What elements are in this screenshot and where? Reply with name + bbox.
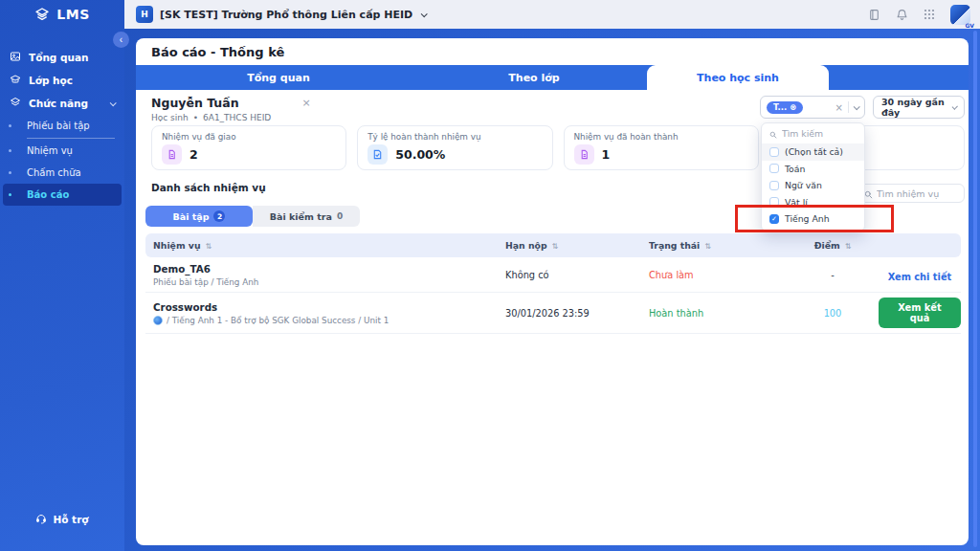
- dropdown-option-ngu-van[interactable]: Ngữ văn: [762, 177, 864, 194]
- dropdown-option-select-all[interactable]: (Chọn tất cả): [762, 143, 864, 161]
- report-tabbar: Tổng quan Theo lớp Theo học sinh: [136, 65, 969, 90]
- app-logo-text: LMS: [56, 7, 89, 22]
- task-cell: Crosswords / Tiếng Anh 1 - Bổ trợ bộ SGK…: [145, 301, 498, 325]
- bullet-dot: [9, 149, 11, 152]
- sidebar-item-tong-quan[interactable]: Tổng quan: [0, 46, 124, 69]
- dropdown-search[interactable]: [762, 123, 864, 143]
- checkbox-unchecked[interactable]: [769, 181, 779, 190]
- checkbox-unchecked[interactable]: [769, 164, 779, 173]
- date-range-select[interactable]: 30 ngày gần đây: [873, 96, 965, 119]
- student-class: 6A1_THCS HEID: [203, 113, 271, 122]
- bullet-dot: [9, 171, 11, 174]
- view-detail-link[interactable]: Xem chi tiết: [888, 272, 951, 282]
- task-list-heading: Danh sách nhiệm vụ: [151, 182, 266, 193]
- school-selector[interactable]: H [SK TEST] Trường Phổ thông Liên cấp HE…: [136, 6, 426, 23]
- column-header-nhiem-vu[interactable]: Nhiệm vụ⇅: [145, 240, 498, 251]
- chevron-down-icon: [854, 103, 860, 110]
- score-cell: -: [787, 270, 871, 280]
- tag-remove-icon[interactable]: ⊗: [790, 102, 796, 112]
- task-type-tabs: Bài tập 2 Bài kiểm tra 0: [145, 206, 360, 227]
- subject-tag[interactable]: T... ⊗: [767, 101, 803, 114]
- sort-icon[interactable]: ⇅: [552, 242, 559, 251]
- checkbox-unchecked[interactable]: [769, 147, 779, 157]
- due-cell: 30/01/2026 23:59: [498, 308, 641, 319]
- task-cell: Demo_TA6 Phiếu bài tập / Tiếng Anh: [145, 263, 498, 287]
- clear-selection-icon[interactable]: ×: [835, 102, 843, 113]
- task-search-input[interactable]: [877, 188, 953, 199]
- layers-icon: [10, 97, 21, 110]
- school-logo: H: [136, 6, 153, 23]
- sort-icon[interactable]: ⇅: [206, 242, 212, 251]
- table-row: Demo_TA6 Phiếu bài tập / Tiếng Anh Không…: [145, 257, 961, 293]
- stat-card-assigned: Nhiệm vụ đã giao 2: [151, 125, 346, 170]
- sidebar: LMS ‹ Tổng quan Lớp học Chức năng: [0, 0, 124, 551]
- count-badge: 2: [213, 210, 225, 222]
- action-cell: Xem kết quả: [871, 298, 961, 328]
- student-role: Học sinh: [151, 113, 189, 122]
- dropdown-option-toan[interactable]: Toán: [762, 161, 864, 178]
- divider: [848, 101, 849, 113]
- subject-icon: [153, 316, 163, 325]
- user-avatar[interactable]: GV: [950, 5, 970, 25]
- sidebar-item-phieu-bai-tap[interactable]: Phiếu bài tập: [0, 115, 124, 137]
- dropdown-search-input[interactable]: [782, 128, 849, 139]
- task-table: Nhiệm vụ⇅ Hạn nộp⇅ Trạng thái⇅ Điểm⇅ Dem…: [145, 233, 961, 334]
- tab-theo-lop[interactable]: Theo lớp: [421, 65, 647, 90]
- task-search-box[interactable]: [857, 184, 965, 203]
- sort-icon[interactable]: ⇅: [704, 242, 711, 251]
- sidebar-item-nhiem-vu[interactable]: Nhiệm vụ: [0, 140, 124, 162]
- sort-icon[interactable]: ⇅: [845, 242, 852, 251]
- chevron-down-icon: [110, 99, 117, 106]
- status-cell: Hoàn thành: [641, 308, 787, 319]
- column-header-trang-thai[interactable]: Trạng thái⇅: [641, 240, 787, 251]
- column-header-han-nop[interactable]: Hạn nộp⇅: [498, 240, 641, 251]
- filter-controls: T... ⊗ × 30 ngày gần đây: [760, 96, 965, 119]
- stat-card-completion-rate: Tỷ lệ hoàn thành nhiệm vụ 50.00%: [357, 125, 552, 170]
- lms-logo-icon: [34, 7, 50, 22]
- bell-icon[interactable]: [896, 9, 908, 21]
- sidebar-item-chuc-nang[interactable]: Chức năng: [0, 92, 124, 115]
- dashboard-icon: [10, 51, 21, 64]
- sidebar-item-cham-chua[interactable]: Chấm chữa: [0, 162, 124, 184]
- app-logo: LMS: [0, 0, 124, 29]
- tab-theo-hoc-sinh[interactable]: Theo học sinh: [647, 65, 829, 90]
- due-cell: Không có: [498, 270, 641, 280]
- column-header-diem[interactable]: Điểm⇅: [787, 240, 871, 251]
- scrollbar[interactable]: [973, 31, 977, 547]
- sidebar-collapse-button[interactable]: ‹: [113, 32, 129, 48]
- completed-icon: [574, 144, 594, 165]
- search-icon: [769, 124, 777, 143]
- sidebar-item-support[interactable]: Hỗ trợ: [0, 513, 124, 526]
- book-icon[interactable]: [868, 9, 880, 21]
- tab-tong-quan[interactable]: Tổng quan: [136, 65, 421, 90]
- red-annotation-box: [735, 205, 894, 232]
- assignment-icon: [162, 144, 182, 165]
- table-header: Nhiệm vụ⇅ Hạn nộp⇅ Trạng thái⇅ Điểm⇅: [145, 233, 961, 257]
- tab-bai-kiem-tra[interactable]: Bài kiểm tra 0: [253, 206, 360, 227]
- sidebar-item-bao-cao[interactable]: Báo cáo: [3, 184, 122, 206]
- chevron-down-icon: [421, 11, 428, 17]
- sidebar-item-lop-hoc[interactable]: Lớp học: [0, 69, 124, 92]
- subject-multiselect[interactable]: T... ⊗ ×: [760, 96, 865, 119]
- view-result-button[interactable]: Xem kết quả: [879, 298, 961, 328]
- tab-bai-tap[interactable]: Bài tập 2: [145, 206, 253, 227]
- sidebar-subnav: Phiếu bài tập Nhiệm vụ Chấm chữa Báo cáo: [0, 115, 124, 206]
- progress-icon: [368, 144, 388, 165]
- dot-separator: •: [193, 113, 198, 122]
- student-name: Nguyễn Tuấn: [151, 96, 239, 110]
- graduation-cap-icon: [10, 74, 21, 87]
- apps-grid-icon[interactable]: [924, 9, 935, 20]
- stat-card-completed: Nhiệm vụ đã hoàn thành 1: [564, 125, 759, 170]
- search-icon: [864, 185, 873, 203]
- topbar: H [SK TEST] Trường Phổ thông Liên cấp HE…: [124, 0, 980, 29]
- score-cell: 100: [787, 308, 871, 319]
- avatar-role-badge: GV: [965, 22, 974, 29]
- action-cell: Xem chi tiết: [871, 266, 961, 284]
- page-title: Báo cáo - Thống kê: [136, 38, 969, 65]
- app-screen: LMS ‹ Tổng quan Lớp học Chức năng: [0, 0, 980, 551]
- remove-student-icon[interactable]: ×: [302, 97, 311, 109]
- sidebar-nav: Tổng quan Lớp học Chức năng Phiếu bài tậ…: [0, 46, 124, 206]
- bullet-dot: [9, 124, 11, 127]
- table-row: Crosswords / Tiếng Anh 1 - Bổ trợ bộ SGK…: [145, 293, 961, 334]
- subnav-divider: [27, 138, 115, 139]
